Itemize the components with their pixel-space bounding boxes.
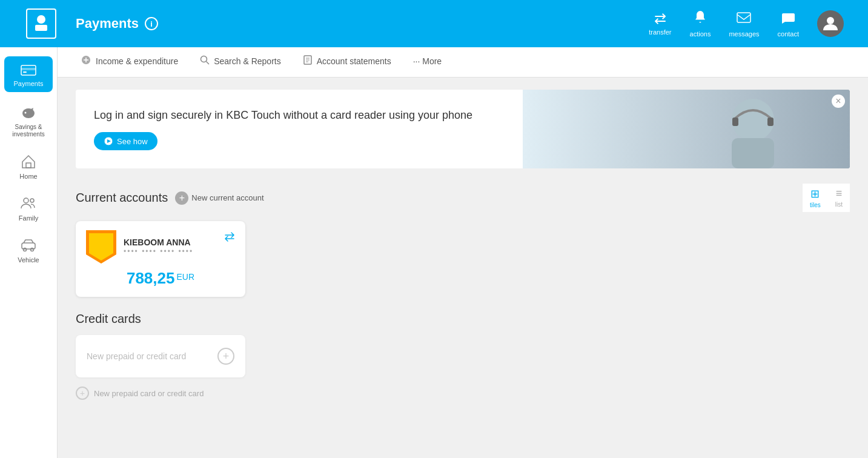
sub-nav-more[interactable]: ··· More — [402, 47, 452, 77]
sidebar-item-home[interactable]: Home — [0, 147, 57, 186]
svg-rect-1 — [35, 25, 47, 31]
sub-nav-income-expenditure[interactable]: Income & expenditure — [70, 47, 189, 77]
svg-rect-5 — [21, 68, 36, 70]
credit-cards-header: Credit cards — [76, 312, 850, 326]
sidebar-payments-label: Payments — [14, 80, 44, 87]
page-title: Payments — [76, 16, 139, 32]
main-content: Log in and sign securely in KBC Touch wi… — [58, 78, 868, 458]
account-statements-icon — [303, 55, 313, 67]
main-layout: Payments Savings & investments Home — [0, 47, 868, 458]
svg-point-16 — [201, 56, 207, 62]
svg-point-3 — [827, 17, 834, 24]
sub-nav-search-reports[interactable]: Search & Reports — [189, 47, 292, 77]
new-account-plus-icon: + — [175, 191, 188, 205]
tiles-label: tiles — [810, 202, 821, 208]
account-avatar-wrapper — [85, 230, 118, 263]
banner-photo — [523, 90, 850, 168]
payments-icon — [20, 61, 37, 78]
sub-nav-search-label: Search & Reports — [214, 56, 281, 66]
top-header: Payments i ⇄ transfer actions messages c… — [0, 0, 868, 47]
svg-point-11 — [30, 199, 34, 202]
new-prepaid-card-link[interactable]: + New prepaid card or credit card — [76, 387, 850, 400]
svg-rect-27 — [732, 118, 738, 126]
sidebar-family-label: Family — [19, 214, 38, 222]
new-card-plus-icon: + — [217, 348, 234, 365]
svg-line-17 — [207, 62, 210, 65]
balance-currency: EUR — [176, 272, 194, 282]
search-reports-icon — [200, 55, 210, 67]
contact-icon — [780, 10, 796, 28]
new-card-link-label: New prepaid card or credit card — [94, 389, 204, 398]
income-expenditure-icon — [81, 55, 91, 68]
sidebar-item-savings[interactable]: Savings & investments — [0, 98, 57, 144]
profile-nav-item[interactable] — [817, 10, 844, 37]
sidebar-item-vehicle[interactable]: Vehicle — [0, 231, 57, 270]
sub-nav: Income & expenditure Search & Reports Ac… — [58, 47, 868, 78]
sidebar-item-payments[interactable]: Payments — [4, 56, 53, 92]
messages-nav-item[interactable]: messages — [729, 10, 759, 38]
account-avatar-icon — [86, 230, 116, 264]
header-right: ⇄ transfer actions messages contact — [649, 10, 856, 38]
contact-label: contact — [778, 30, 799, 38]
vehicle-icon — [20, 237, 37, 254]
credit-cards-section: Credit cards New prepaid or credit card … — [76, 312, 850, 400]
svg-rect-2 — [737, 13, 750, 22]
svg-rect-28 — [767, 118, 774, 126]
sidebar-savings-label: Savings & investments — [3, 124, 54, 138]
see-how-label: See how — [117, 137, 148, 146]
transfer-nav-item[interactable]: ⇄ transfer — [649, 12, 671, 36]
svg-point-10 — [24, 198, 28, 203]
family-icon — [20, 195, 37, 212]
sidebar-home-label: Home — [19, 173, 37, 180]
credit-cards-title: Credit cards — [76, 312, 141, 326]
svg-rect-26 — [732, 138, 774, 168]
svg-point-14 — [31, 248, 34, 251]
account-card-header: KIEBOOM ANNA •••• •••• •••• •••• — [85, 230, 236, 263]
profile-avatar — [817, 10, 844, 37]
current-accounts-header: Current accounts + New current account ⊞… — [76, 184, 850, 212]
page-title-area: Payments i — [76, 16, 158, 32]
sidebar-vehicle-label: Vehicle — [18, 256, 39, 264]
info-icon[interactable]: i — [145, 17, 158, 30]
new-card-link-icon: + — [76, 387, 89, 400]
new-current-account-button[interactable]: + New current account — [175, 191, 263, 205]
sidebar: Payments Savings & investments Home — [0, 47, 58, 458]
contact-nav-item[interactable]: contact — [778, 10, 799, 38]
sidebar-item-family[interactable]: Family — [0, 189, 57, 228]
logo-area[interactable] — [12, 8, 70, 39]
list-icon: ≡ — [836, 187, 843, 200]
actions-nav-item[interactable]: actions — [690, 10, 711, 38]
kbc-logo — [26, 8, 56, 39]
account-transfer-icon[interactable] — [223, 230, 236, 247]
account-number: •••• •••• •••• •••• — [124, 247, 193, 256]
svg-rect-24 — [523, 90, 850, 168]
actions-icon — [692, 10, 708, 28]
svg-point-8 — [25, 112, 27, 114]
promo-banner: Log in and sign securely in KBC Touch wi… — [76, 90, 850, 168]
list-view-button[interactable]: ≡ list — [828, 184, 850, 212]
banner-close-button[interactable]: × — [832, 95, 845, 108]
tiles-icon: ⊞ — [810, 187, 820, 201]
sub-nav-more-label: ··· More — [413, 56, 442, 66]
new-credit-card-tile[interactable]: New prepaid or credit card + — [76, 335, 245, 377]
account-info: KIEBOOM ANNA •••• •••• •••• •••• — [124, 237, 193, 256]
play-icon — [104, 136, 113, 146]
sub-nav-income-label: Income & expenditure — [96, 56, 178, 66]
sub-nav-account-statements[interactable]: Account statements — [292, 47, 402, 77]
content-area: Income & expenditure Search & Reports Ac… — [58, 47, 868, 458]
see-how-button[interactable]: See how — [94, 132, 157, 150]
svg-point-0 — [37, 15, 45, 24]
view-toggle: ⊞ tiles ≡ list — [803, 184, 850, 212]
banner-image — [523, 90, 850, 168]
current-accounts-title: Current accounts — [76, 191, 168, 205]
current-accounts-title-row: Current accounts + New current account — [76, 191, 264, 205]
transfer-label: transfer — [649, 28, 671, 36]
account-balance: 788,25EUR — [85, 269, 236, 288]
tiles-view-button[interactable]: ⊞ tiles — [803, 184, 828, 212]
svg-rect-6 — [23, 71, 27, 73]
account-card[interactable]: KIEBOOM ANNA •••• •••• •••• •••• 788,25E… — [76, 221, 245, 297]
kbc-logo-icon — [30, 13, 52, 35]
new-account-label: New current account — [191, 193, 263, 202]
transfer-icon: ⇄ — [654, 12, 666, 26]
home-icon — [20, 153, 37, 170]
